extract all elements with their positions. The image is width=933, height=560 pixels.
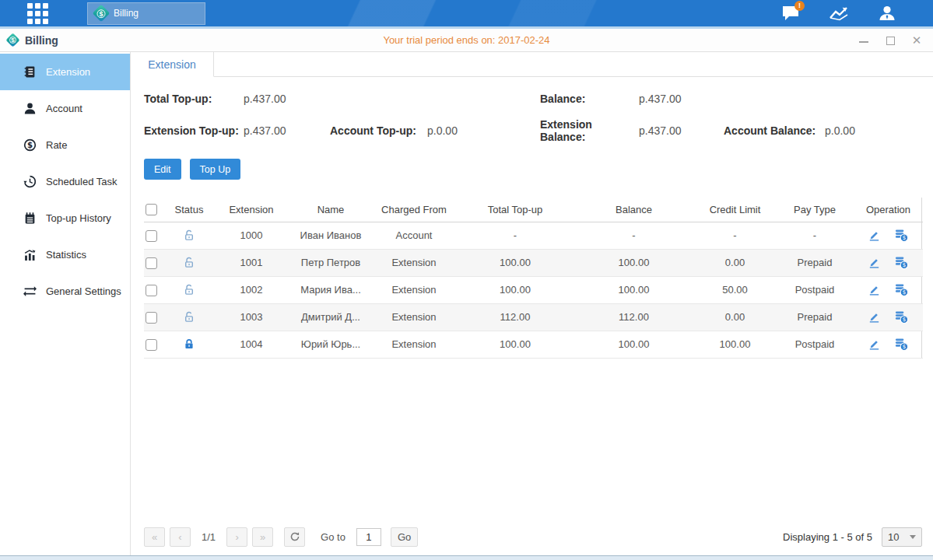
sidebar-item-account[interactable]: Account <box>0 90 130 127</box>
top-up-row-icon[interactable]: $ <box>894 282 909 297</box>
account-topup-value: p.0.00 <box>427 124 540 137</box>
col-operation: Operation <box>854 198 923 222</box>
cell-extension: 1004 <box>212 331 290 358</box>
unlocked-icon[interactable] <box>183 283 195 296</box>
status-cell <box>166 276 212 303</box>
prev-page-button[interactable]: ‹ <box>170 527 191 547</box>
goto-page-input[interactable] <box>356 528 381 546</box>
window-bottom-edge <box>0 555 933 560</box>
unlocked-icon[interactable] <box>183 310 195 324</box>
unlocked-icon[interactable] <box>183 229 195 242</box>
row-checkbox[interactable] <box>146 257 157 269</box>
line-chart-icon <box>829 5 849 22</box>
sidebar-item-general-settings[interactable]: General Settings <box>0 273 130 310</box>
refresh-button[interactable] <box>284 527 305 547</box>
sidebar-item-extension[interactable]: Extension <box>0 54 130 90</box>
operation-cell: $ <box>854 276 923 303</box>
sidebar-item-label: Top-up History <box>46 212 111 224</box>
unlocked-icon[interactable] <box>183 256 195 269</box>
col-pay-type: Pay Type <box>776 198 854 222</box>
top-up-row-icon[interactable]: $ <box>894 337 909 352</box>
edit-row-icon[interactable] <box>868 283 881 296</box>
top-up-row-icon[interactable]: $ <box>894 228 909 243</box>
minimize-button[interactable] <box>858 35 869 46</box>
cell-balance: 112.00 <box>573 303 694 331</box>
user-account-icon[interactable] <box>877 3 897 23</box>
operation-cell: $ <box>854 222 923 249</box>
cell-name: Мария Ива... <box>290 276 371 303</box>
cell-total-topup: 112.00 <box>457 303 573 331</box>
goto-label: Go to <box>321 531 345 543</box>
cell-total-topup: 100.00 <box>457 331 573 358</box>
balance-label: Balance: <box>540 93 639 105</box>
edit-button[interactable]: Edit <box>144 159 181 180</box>
close-button[interactable]: ✕ <box>911 35 922 46</box>
cell-total-topup: 100.00 <box>457 276 573 303</box>
top-up-row-icon[interactable]: $ <box>894 310 909 324</box>
person-icon <box>878 4 896 23</box>
sidebar: Extension Account $ Rate Scheduled Task <box>0 52 131 555</box>
row-checkbox[interactable] <box>146 285 157 296</box>
cell-credit-limit: 50.00 <box>694 276 776 303</box>
row-checkbox[interactable] <box>146 339 157 351</box>
cell-credit-limit: 0.00 <box>694 249 776 276</box>
row-checkbox[interactable] <box>146 312 157 324</box>
resource-monitor-icon[interactable] <box>829 3 849 23</box>
sidebar-item-rate[interactable]: $ Rate <box>0 127 130 163</box>
col-status: Status <box>166 198 212 222</box>
sidebar-item-label: General Settings <box>46 285 121 297</box>
select-all-checkbox[interactable] <box>146 204 157 215</box>
window-title-bar: $ Billing Your trial period ends on: 201… <box>0 29 933 52</box>
cell-charged-from: Extension <box>371 276 457 303</box>
last-page-button[interactable]: » <box>252 527 273 547</box>
go-button[interactable]: Go <box>391 527 418 547</box>
status-cell <box>166 303 212 331</box>
edit-row-icon[interactable] <box>868 310 881 324</box>
edit-row-icon[interactable] <box>868 229 881 242</box>
row-checkbox[interactable] <box>146 230 157 242</box>
cell-total-topup: 100.00 <box>457 249 573 276</box>
first-page-button[interactable]: « <box>144 527 165 547</box>
ledger-icon <box>23 65 37 79</box>
maximize-button[interactable] <box>885 35 896 46</box>
notification-badge: ! <box>794 1 805 11</box>
chevron-down-icon <box>910 535 916 539</box>
operation-cell: $ <box>854 249 923 276</box>
window-controls: ✕ <box>858 35 922 46</box>
notifications-icon[interactable]: ! <box>780 3 801 23</box>
operation-cell: $ <box>854 303 923 331</box>
top-up-button[interactable]: Top Up <box>190 159 241 180</box>
page-size-value: 10 <box>888 531 899 543</box>
svg-text:$: $ <box>903 343 907 350</box>
sidebar-item-label: Statistics <box>46 249 86 261</box>
col-balance: Balance <box>573 198 694 222</box>
edit-row-icon[interactable] <box>868 256 881 269</box>
cell-credit-limit: 0.00 <box>694 303 776 331</box>
status-cell <box>166 249 212 276</box>
cell-extension: 1003 <box>212 303 290 331</box>
cell-pay-type: Postpaid <box>776 276 854 303</box>
locked-icon[interactable] <box>183 338 195 351</box>
taskbar-item-billing[interactable]: $ Billing <box>87 2 205 25</box>
sidebar-item-scheduled-task[interactable]: Scheduled Task <box>0 163 130 200</box>
sidebar-item-statistics[interactable]: Statistics <box>0 236 130 273</box>
page-size-dropdown[interactable]: 10 <box>882 527 922 547</box>
sidebar-item-topup-history[interactable]: Top-up History <box>0 200 130 236</box>
tab-extension[interactable]: Extension <box>131 52 214 77</box>
pagination-bar: « ‹ 1/1 › » Go to Go Displaying 1 - 5 of… <box>144 521 922 555</box>
sidebar-item-label: Rate <box>46 139 67 151</box>
col-name: Name <box>290 198 371 222</box>
balance-value: p.437.00 <box>639 93 724 105</box>
edit-row-icon[interactable] <box>868 338 881 351</box>
next-page-button[interactable]: › <box>226 527 247 547</box>
summary-block: Total Top-up: p.437.00 Balance: p.437.00… <box>144 77 922 156</box>
cell-extension: 1001 <box>212 249 290 276</box>
extension-balance-value: p.437.00 <box>639 124 724 137</box>
account-topup-label: Account Top-up: <box>330 124 427 137</box>
cell-charged-from: Account <box>371 222 457 249</box>
cell-name: Петр Петров <box>290 249 371 276</box>
cell-name: Иван Иванов <box>290 222 371 249</box>
app-grid-icon[interactable] <box>27 3 54 23</box>
top-up-row-icon[interactable]: $ <box>894 255 909 270</box>
cell-balance: 100.00 <box>573 276 694 303</box>
